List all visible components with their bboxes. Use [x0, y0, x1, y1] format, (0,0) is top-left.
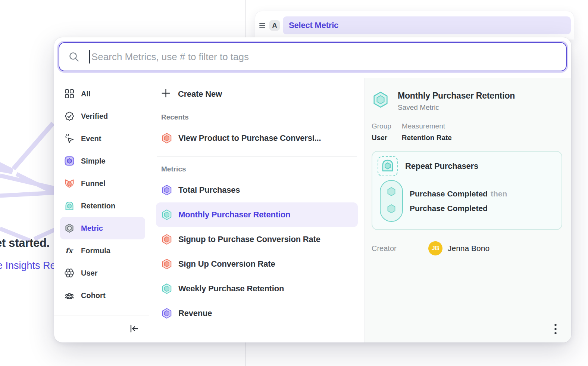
metric-list-item-label: Monthly Purchaser Retention	[178, 210, 290, 220]
detail-footer	[365, 315, 571, 342]
metric-list-item-label: View Product to Purchase Conversi...	[178, 133, 321, 143]
sidebar-item-label: Retention	[81, 202, 115, 210]
sidebar-item-verified[interactable]: Verified	[60, 105, 145, 127]
sidebar-item-metric[interactable]: Metric	[60, 217, 145, 239]
detail-meta: GroupUserMeasurementRetention Rate	[372, 122, 562, 142]
definition-card: Repeat Purchasers Purchase Completedthen…	[372, 151, 562, 230]
funnel-icon	[65, 179, 74, 188]
background-headline-fragment: et started.	[0, 236, 50, 250]
search-input[interactable]	[91, 51, 557, 63]
dialog-body: AllVerifiedEventSimpleFunnelRetentionMet…	[54, 78, 571, 342]
sidebar-item-user[interactable]: User	[60, 262, 145, 284]
background-link-fragment[interactable]: e Insights Re	[0, 260, 56, 272]
meta-column-group: GroupUser	[372, 122, 391, 142]
metric-list-item-total-purchases[interactable]: Total Purchases	[156, 178, 358, 202]
page-root: et started. e Insights Re A Select Metri…	[0, 0, 588, 366]
metric-list-item-label: Total Purchases	[178, 185, 240, 195]
sidebar-item-label: Metric	[81, 224, 103, 233]
event-step: Purchase Completedthen	[410, 189, 507, 198]
plus-icon	[161, 89, 171, 100]
drag-handle-icon[interactable]	[258, 23, 266, 28]
sidebar-item-label: All	[81, 90, 91, 98]
select-metric-button[interactable]: Select Metric	[283, 16, 571, 34]
metric-icon	[65, 223, 74, 233]
meta-label: Measurement	[402, 122, 452, 130]
definition-title: Repeat Purchasers	[405, 161, 478, 171]
metric-list-item-label: Weekly Purchase Retention	[178, 284, 284, 294]
metric-list: Create New RecentsView Product to Purcha…	[149, 78, 365, 342]
retention-icon	[65, 201, 74, 211]
retention-metric-icon	[372, 91, 390, 110]
cohort-icon	[65, 291, 74, 300]
sidebar-item-all[interactable]: All	[60, 83, 145, 105]
creator-avatar: JB	[428, 241, 442, 255]
sidebar-item-event[interactable]: Event	[60, 127, 145, 150]
meta-value: Retention Rate	[402, 134, 452, 142]
meta-label: Group	[372, 122, 391, 130]
meta-value: User	[372, 134, 391, 142]
sidebar-item-cohort[interactable]: Cohort	[60, 284, 145, 307]
create-new-label: Create New	[178, 89, 222, 99]
sidebar-item-label: User	[81, 269, 97, 277]
hex-teal-icon	[161, 209, 172, 220]
select-metric-bar: A Select Metric	[255, 11, 574, 40]
detail-subtitle: Saved Metric	[398, 103, 515, 112]
event-name: Purchase Completed	[410, 204, 488, 213]
metric-picker-dialog: AllVerifiedEventSimpleFunnelRetentionMet…	[54, 37, 571, 342]
create-new-button[interactable]: Create New	[156, 83, 358, 105]
grid-icon	[65, 89, 74, 99]
verified-icon	[65, 111, 74, 121]
sidebar-item-label: Verified	[81, 112, 108, 121]
hex-salmon-icon	[161, 258, 172, 270]
sidebar-item-label: Simple	[81, 157, 106, 165]
metric-list-item-weekly-purchase-retention[interactable]: Weekly Purchase Retention	[156, 276, 358, 301]
sidebar-item-formula[interactable]: fxFormula	[60, 239, 145, 262]
filter-sidebar: AllVerifiedEventSimpleFunnelRetentionMet…	[54, 78, 149, 342]
svg-text:fx: fx	[65, 246, 74, 255]
collapse-sidebar-icon[interactable]	[128, 324, 139, 335]
hex-salmon-icon	[161, 133, 172, 144]
sidebar-footer	[54, 316, 149, 342]
metric-list-item-label: Revenue	[178, 308, 212, 318]
event-hexagon-icon	[386, 186, 397, 199]
metric-list-item-signup-to-purchase-conversion-rate[interactable]: Signup to Purchase Conversion Rate	[156, 227, 358, 252]
event-steps: Purchase CompletedthenPurchase Completed	[410, 189, 507, 213]
sidebar-item-label: Funnel	[81, 179, 106, 188]
user-icon	[65, 268, 74, 278]
event-step: Purchase Completed	[410, 204, 507, 213]
sidebar-item-label: Formula	[81, 246, 110, 255]
filter-list: AllVerifiedEventSimpleFunnelRetentionMet…	[60, 83, 145, 307]
more-options-icon[interactable]	[554, 323, 557, 335]
text-caret	[89, 50, 90, 63]
search-icon	[68, 51, 79, 62]
section-label: Recents	[156, 113, 358, 121]
sidebar-item-simple[interactable]: Simple	[60, 150, 145, 172]
event-sequence-capsule	[380, 180, 403, 222]
sidebar-item-label: Cohort	[81, 291, 106, 300]
creator-name: Jenna Bono	[448, 244, 490, 253]
arch-icon	[381, 159, 394, 174]
series-badge: A	[269, 20, 280, 31]
step-connector: then	[491, 189, 507, 198]
sidebar-item-funnel[interactable]: Funnel	[60, 172, 145, 195]
metric-list-item-sign-up-conversion-rate[interactable]: Sign Up Conversion Rate	[156, 252, 358, 276]
list-divider	[157, 156, 357, 157]
event-hexagon-icon	[386, 203, 397, 216]
event-name: Purchase Completed	[410, 189, 488, 198]
hex-purple-icon	[161, 308, 172, 319]
sidebar-item-retention[interactable]: Retention	[60, 195, 145, 217]
creator-row: Creator JB Jenna Bono	[372, 241, 562, 255]
event-icon	[65, 134, 74, 143]
creator-label: Creator	[372, 244, 428, 253]
metric-list-item-view-product-to-purchase-conversi[interactable]: View Product to Purchase Conversi...	[156, 126, 358, 151]
metric-list-item-label: Sign Up Conversion Rate	[178, 259, 275, 269]
metric-sections: RecentsView Product to Purchase Conversi…	[156, 113, 358, 326]
metric-list-item-revenue[interactable]: Revenue	[156, 301, 358, 326]
definition-header: Repeat Purchasers	[378, 156, 556, 176]
hex-salmon-icon	[161, 234, 172, 245]
section-label: Metrics	[156, 165, 358, 173]
select-metric-label: Select Metric	[289, 21, 338, 30]
detail-title: Monthly Purchaser Retention	[398, 91, 515, 101]
detail-panel: Monthly Purchaser Retention Saved Metric…	[365, 78, 571, 342]
metric-list-item-monthly-purchaser-retention[interactable]: Monthly Purchaser Retention	[156, 202, 358, 227]
